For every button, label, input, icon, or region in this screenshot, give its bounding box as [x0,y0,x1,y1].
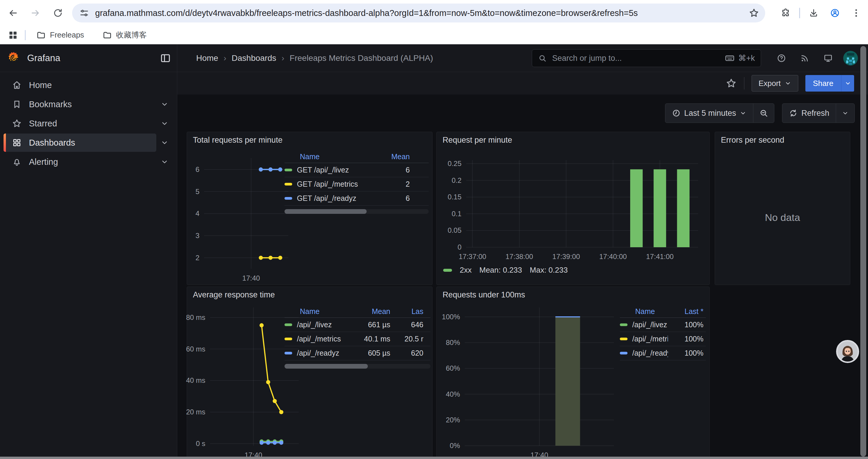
chevron-down-icon[interactable] [160,100,169,108]
panel-errors-per-second[interactable]: Errors per second No data [715,132,850,285]
chevron-down-icon[interactable] [160,119,169,128]
bookmarks-bar: Freeleaps 收藏博客 [0,26,868,44]
legend-row[interactable]: GET /api/_/livez6 [284,163,429,177]
sidebar-item-dashboards[interactable]: Dashboards [4,133,177,152]
refresh-controls: Refresh [782,103,855,123]
legend-scrollbar[interactable] [284,209,429,214]
page-scrollbar[interactable] [860,46,866,457]
grafana-brand: Grafana [27,53,60,64]
folder-icon [36,30,46,40]
legend-row[interactable]: GET /api/_/readyz6 [284,191,429,205]
breadcrumb-home[interactable]: Home [196,54,218,63]
apps-grid-icon[interactable] [8,30,18,40]
sidebar-item-button[interactable]: Alerting [4,153,156,171]
panel-requests-under-100ms[interactable]: Requests under 100ms 100%80%60%40%20%0%1… [436,287,710,459]
legend-scrollbar-thumb[interactable] [284,364,368,369]
extensions-icon[interactable] [777,5,794,21]
sidebar-item-home[interactable]: Home [4,76,177,94]
active-indicator [4,133,6,152]
help-icon[interactable] [773,50,790,66]
user-avatar[interactable] [843,51,858,66]
sidebar-item-alerting[interactable]: Alerting [4,153,177,171]
svg-text:2: 2 [195,254,199,262]
sidebar-item-bookmarks[interactable]: Bookmarks [4,95,177,113]
back-icon[interactable] [5,5,21,21]
share-menu-button[interactable] [841,75,854,92]
svg-text:0.05: 0.05 [447,226,462,234]
legend-row[interactable]: /api/_/readyz100% [620,346,706,360]
time-range-picker: Last 5 minutes [665,103,775,123]
time-series-plot: 6543217:40 [204,158,288,269]
legend: 2xx Mean: 0.233 Max: 0.233 [443,266,568,275]
share-button[interactable]: Share [805,75,841,92]
sidebar-item-button[interactable]: Dashboards [4,133,156,152]
profile-icon[interactable] [827,5,843,21]
sidebar-toggle-icon[interactable] [159,52,172,64]
svg-text:17:40:00: 17:40:00 [599,253,627,261]
legend-row[interactable]: /api/_/metrics40.1 ms20.5 r [284,332,430,346]
svg-text:3: 3 [195,232,199,239]
panel-request-per-minute[interactable]: Request per minute 0.250.20.150.10.05017… [436,132,710,285]
chevron-down-icon [784,80,792,87]
address-bar[interactable]: grafana.mathmast.com/d/deytv4rwavabkb/fr… [72,4,765,23]
sidebar-item-label: Dashboards [29,138,75,148]
sidebar-item-button[interactable]: Bookmarks [4,95,156,113]
search-input[interactable]: Search or jump to... ⌘+k [532,49,761,67]
legend-row[interactable]: /api/_/readyz605 µs620 [284,346,430,360]
news-icon[interactable] [797,50,813,66]
legend-row[interactable]: GET /api/_/metrics2 [284,177,429,191]
svg-text:17:38:00: 17:38:00 [505,253,533,261]
panel-total-requests[interactable]: Total requests per minute 6543217:40 Nam… [187,132,433,285]
bookmark-label: Freeleaps [50,30,84,40]
reload-icon[interactable] [50,5,66,21]
svg-text:4: 4 [195,209,199,218]
kiosk-monitor-icon[interactable] [820,50,836,66]
bookmarks-list: Freeleaps 收藏博客 [32,28,151,42]
export-button[interactable]: Export [752,75,798,92]
svg-text:60 ms: 60 ms [186,345,205,353]
legend-row[interactable]: /api/_/livez100% [620,318,706,332]
sidebar-item-button[interactable]: Home [4,76,177,94]
refresh-button[interactable]: Refresh [782,109,836,118]
sidebar-item-label: Home [29,80,52,90]
legend-col[interactable]: Mean [346,307,390,316]
legend-col-name[interactable]: Name [284,307,346,316]
chevron-down-icon[interactable] [160,138,169,147]
legend-scrollbar-thumb[interactable] [284,209,367,214]
svg-text:20%: 20% [446,416,460,424]
chevron-down-icon [740,109,747,117]
chevron-down-icon[interactable] [160,158,169,166]
dashboard-toolbar: Export Share [177,72,868,95]
legend-series-label[interactable]: 2xx [460,266,471,275]
time-range-button[interactable]: Last 5 minutes [665,109,753,118]
downloads-icon[interactable] [805,5,822,21]
legend-scrollbar[interactable] [284,364,430,369]
series-swatch [284,338,292,340]
screen: grafana.mathmast.com/d/deytv4rwavabkb/fr… [0,0,868,459]
grafana-logo-icon[interactable] [7,52,21,65]
browser-menu-icon[interactable] [848,5,864,21]
bar-chart-plot: 100%80%60%40%20%0%17:40 [465,307,614,446]
zoom-out-button[interactable] [753,104,774,123]
floating-assistant-avatar[interactable] [836,340,859,363]
legend-col[interactable]: Las [390,307,423,316]
legend-row[interactable]: /api/_/livez661 µs646 [284,318,430,332]
forward-icon[interactable] [27,5,44,21]
panel-title: Request per minute [442,136,512,145]
breadcrumb-dashboards[interactable]: Dashboards [231,54,276,63]
legend-row[interactable]: /api/_/metrics100% [620,332,706,346]
legend-col[interactable]: Last * [668,307,704,316]
legend-col[interactable]: Mean [368,153,410,161]
sidebar-item-button[interactable]: Starred [4,114,156,133]
legend-col-name[interactable]: Name [620,307,668,316]
site-settings-icon[interactable] [79,8,89,18]
bookmark-item[interactable]: Freeleaps [32,28,88,42]
bookmark-item[interactable]: 收藏博客 [98,28,151,42]
clock-icon [672,109,681,118]
panel-average-response-time[interactable]: Average response time 80 ms60 ms40 ms20 … [187,287,433,459]
favorite-star-icon[interactable] [725,78,737,89]
sidebar-item-starred[interactable]: Starred [4,114,177,133]
bookmark-star-icon[interactable] [749,8,759,18]
refresh-interval-button[interactable] [836,104,855,123]
legend-col-name[interactable]: Name [284,153,368,161]
